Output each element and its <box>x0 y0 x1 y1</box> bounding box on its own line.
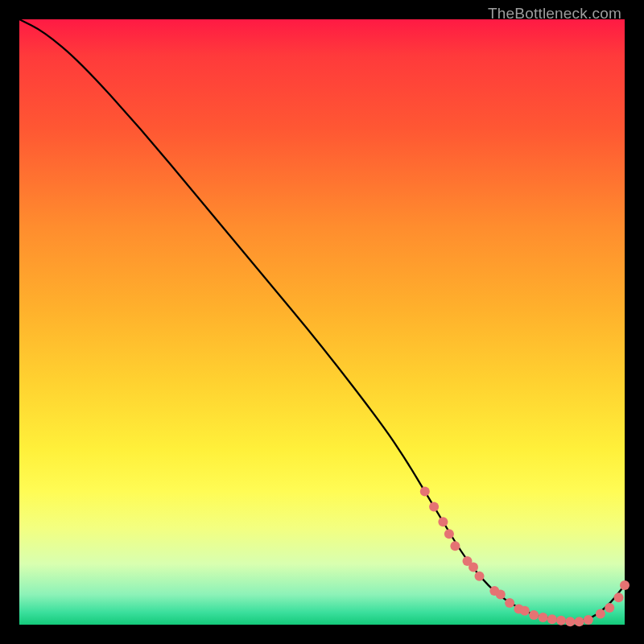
marker-point <box>565 617 575 626</box>
marker-point <box>584 615 593 625</box>
marker-point <box>420 487 430 497</box>
marker-point <box>614 592 624 602</box>
watermark-label: TheBottleneck.com <box>488 5 621 23</box>
marker-point <box>469 563 478 572</box>
chart-stage: TheBottleneck.com <box>0 0 644 644</box>
marker-point <box>605 603 614 613</box>
plot-area <box>19 19 625 625</box>
marker-point <box>575 617 584 626</box>
marker-group <box>420 487 630 627</box>
marker-point <box>444 529 454 539</box>
marker-point <box>450 541 460 551</box>
marker-point <box>496 589 506 599</box>
marker-point <box>556 616 566 625</box>
chart-svg <box>19 19 625 625</box>
marker-point <box>520 606 530 616</box>
marker-point <box>429 502 439 511</box>
marker-point <box>539 613 548 622</box>
marker-point <box>547 614 557 624</box>
bottleneck-curve <box>19 19 625 621</box>
marker-point <box>475 572 485 581</box>
marker-point <box>529 610 539 620</box>
marker-point <box>505 598 514 608</box>
marker-point <box>438 517 448 526</box>
marker-point <box>596 609 605 619</box>
marker-point <box>620 580 630 590</box>
